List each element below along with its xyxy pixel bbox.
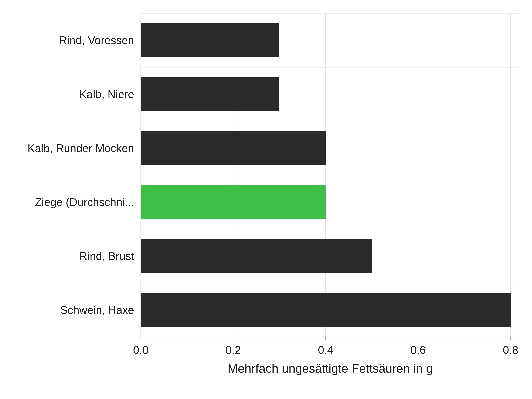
gridline-horizontal (141, 13, 520, 13)
chart-container: Rind, VoressenKalb, NiereKalb, Runder Mo… (0, 0, 532, 399)
chart-bar (141, 185, 326, 219)
y-axis-line (140, 13, 141, 337)
x-tick-label: 0.4 (318, 344, 333, 356)
x-tick-label: 0.2 (226, 344, 241, 356)
gridline-horizontal (141, 229, 520, 229)
plot-area (141, 13, 520, 337)
chart-bar (141, 131, 326, 165)
chart-bar (141, 293, 511, 327)
x-tick-label: 0.8 (503, 344, 518, 356)
gridline-horizontal (141, 121, 520, 121)
x-axis-line (141, 337, 520, 337)
y-tick-label: Schwein, Haxe (60, 304, 134, 316)
x-axis-label: Mehrfach ungesättigte Fettsäuren in g (141, 361, 520, 375)
gridline-horizontal (141, 67, 520, 68)
x-tick-label: 0.0 (133, 344, 148, 356)
y-tick-label: Ziege (Durchschni... (35, 196, 134, 209)
x-tick-mark (140, 337, 141, 340)
x-tick-mark (510, 337, 511, 340)
y-tick-label: Rind, Brust (79, 250, 134, 262)
gridline-horizontal (141, 283, 520, 283)
x-tick-label: 0.6 (410, 344, 426, 356)
x-tick-mark (233, 337, 234, 340)
gridline-horizontal (141, 175, 520, 175)
y-tick-label: Kalb, Runder Mocken (27, 142, 134, 154)
y-tick-label: Kalb, Niere (79, 88, 134, 101)
x-tick-mark (418, 337, 418, 340)
chart-bar (141, 77, 279, 111)
y-tick-label: Rind, Voressen (59, 34, 134, 47)
chart-bar (141, 23, 279, 57)
chart-bar (141, 239, 372, 273)
x-tick-mark (325, 337, 326, 340)
